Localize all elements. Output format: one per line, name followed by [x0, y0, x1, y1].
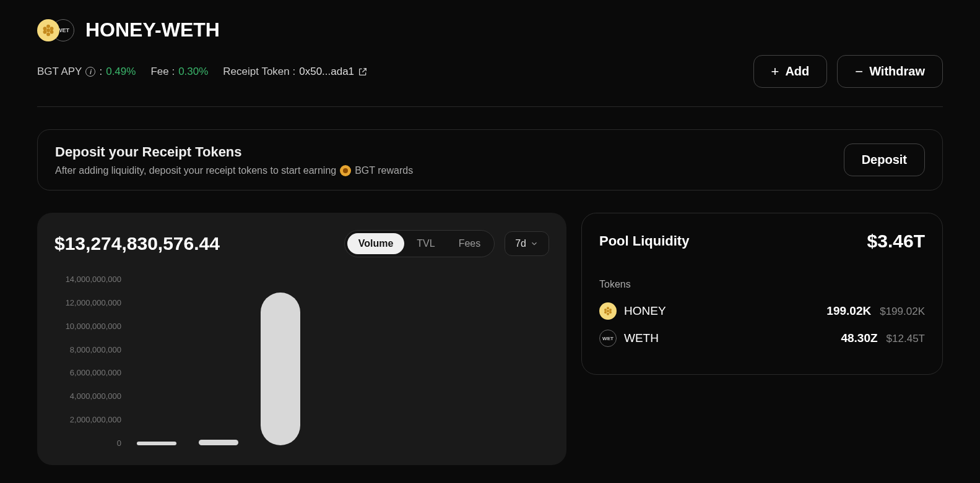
pool-header: WET HONEY-WETH [37, 19, 943, 41]
svg-point-8 [607, 310, 609, 312]
svg-point-9 [604, 309, 607, 311]
receipt-address: 0x50...ada1 [299, 66, 354, 78]
y-tick: 0 [54, 438, 121, 448]
range-value: 7d [515, 238, 526, 249]
token-amount: 199.02K [826, 304, 871, 318]
svg-point-0 [46, 28, 50, 32]
fee-label: Fee : [150, 66, 175, 78]
token-amount: 48.30Z [841, 331, 877, 345]
weth-icon: WET [599, 330, 617, 347]
token-symbol: HONEY [624, 304, 666, 318]
plus-icon: + [771, 65, 779, 79]
receipt-token-link[interactable]: Receipt Token : 0x50...ada1 [223, 66, 368, 78]
chart-bar [137, 442, 176, 445]
pool-title: HONEY-WETH [85, 19, 220, 41]
svg-point-10 [609, 309, 612, 311]
y-tick: 10,000,000,000 [54, 322, 121, 331]
withdraw-button[interactable]: − Withdraw [837, 55, 943, 88]
svg-point-4 [50, 30, 54, 33]
y-tick: 12,000,000,000 [54, 298, 121, 307]
pool-info-row: BGT APY i : 0.49% Fee : 0.30% Receipt To… [37, 55, 943, 88]
chart-controls: Volume TVL Fees 7d [344, 230, 549, 257]
chart-y-axis: 14,000,000,000 12,000,000,000 10,000,000… [54, 275, 129, 448]
y-tick: 2,000,000,000 [54, 415, 121, 424]
token-list: HONEY199.02K$199.02KWETWETH48.30Z$12.45T [599, 302, 925, 347]
deposit-banner: Deposit your Receipt Tokens After adding… [37, 129, 943, 190]
liquidity-card: Pool Liquidity $3.46T Tokens HONEY199.02… [581, 213, 943, 375]
y-tick: 6,000,000,000 [54, 368, 121, 377]
token-pair-icons: WET [37, 19, 74, 41]
chart-header: $13,274,830,576.44 Volume TVL Fees 7d [54, 230, 549, 257]
add-button[interactable]: + Add [753, 55, 828, 88]
token-symbol: WETH [624, 331, 659, 345]
token-row: WETWETH48.30Z$12.45T [599, 330, 925, 347]
deposit-text: Deposit your Receipt Tokens After adding… [55, 144, 413, 176]
info-icon[interactable]: i [85, 67, 95, 77]
svg-point-3 [43, 30, 47, 33]
honeycomb-icon [41, 24, 55, 37]
svg-point-5 [46, 24, 50, 28]
svg-point-11 [604, 311, 607, 314]
y-tick: 4,000,000,000 [54, 391, 121, 401]
tab-tvl[interactable]: TVL [405, 233, 446, 254]
add-button-label: Add [785, 64, 809, 79]
fee-value: 0.30% [178, 66, 208, 78]
token-usd: $199.02K [880, 306, 925, 318]
deposit-description: After adding liquidity, deposit your rec… [55, 165, 413, 176]
pool-actions: + Add − Withdraw [753, 55, 943, 88]
tokens-section-label: Tokens [599, 279, 925, 290]
tab-fees[interactable]: Fees [448, 233, 492, 254]
svg-point-6 [46, 32, 50, 36]
deposit-title: Deposit your Receipt Tokens [55, 144, 413, 160]
liquidity-title: Pool Liquidity [599, 233, 689, 249]
deposit-button[interactable]: Deposit [844, 143, 925, 176]
svg-point-7 [343, 168, 348, 173]
liquidity-value: $3.46T [867, 231, 925, 252]
volume-chart: 14,000,000,000 12,000,000,000 10,000,000… [54, 275, 549, 448]
withdraw-button-label: Withdraw [869, 64, 925, 79]
token-usd: $12.45T [887, 333, 925, 345]
main-content: $13,274,830,576.44 Volume TVL Fees 7d 14… [37, 213, 943, 465]
receipt-label: Receipt Token : [223, 66, 295, 78]
chart-bar [261, 293, 300, 445]
chart-plot [129, 275, 549, 448]
token-row: HONEY199.02K$199.02K [599, 302, 925, 320]
range-select[interactable]: 7d [505, 231, 549, 256]
metric-tabs: Volume TVL Fees [344, 230, 495, 257]
divider [37, 106, 943, 107]
chevron-down-icon [530, 239, 539, 248]
y-tick: 8,000,000,000 [54, 345, 121, 354]
fee-stat: Fee : 0.30% [150, 66, 208, 78]
apy-value: 0.49% [106, 66, 136, 78]
chart-bar [199, 440, 238, 445]
apy-label: BGT APY [37, 66, 82, 78]
bgt-icon [340, 165, 351, 176]
honey-icon [599, 302, 617, 320]
y-tick: 14,000,000,000 [54, 275, 121, 284]
svg-point-2 [50, 27, 54, 30]
liquidity-header: Pool Liquidity $3.46T [599, 231, 925, 252]
svg-point-1 [43, 27, 47, 30]
honey-token-icon [37, 19, 59, 41]
external-link-icon [358, 67, 368, 77]
svg-point-14 [607, 313, 609, 315]
svg-point-12 [609, 311, 612, 314]
svg-point-13 [607, 307, 609, 309]
apy-stat: BGT APY i : 0.49% [37, 66, 136, 78]
tab-volume[interactable]: Volume [347, 233, 405, 254]
pool-stats: BGT APY i : 0.49% Fee : 0.30% Receipt To… [37, 66, 368, 78]
minus-icon: − [855, 65, 863, 79]
chart-total-value: $13,274,830,576.44 [54, 233, 220, 254]
chart-card: $13,274,830,576.44 Volume TVL Fees 7d 14… [37, 213, 566, 465]
